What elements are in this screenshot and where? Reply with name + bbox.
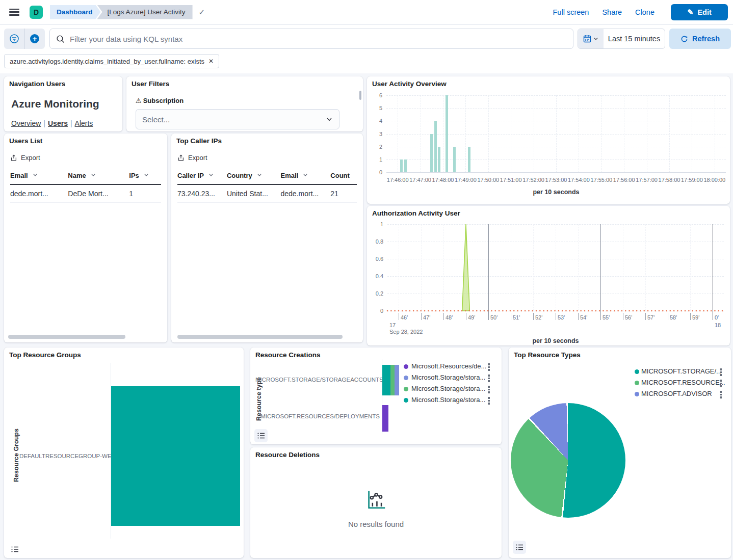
chart-bar[interactable] [400,159,403,172]
legend-label[interactable]: Microsoft.Resources/de... [411,362,486,370]
share-link[interactable]: Share [602,8,622,16]
legend-item-actions-icon[interactable] [720,391,722,398]
top-resource-types-chart[interactable]: MICROSOFT.STORAGE/...MICROSOFT.RESOURCE.… [509,348,731,558]
stacked-bar-segment[interactable] [382,365,390,395]
nav-link-alerts[interactable]: Alerts [75,119,93,127]
add-filter-button[interactable]: + [24,29,45,49]
sort-chevron-icon[interactable] [90,172,96,178]
panel-navigation-users: Navigation Users Azure Monitoring Overvi… [4,76,122,131]
chart-bar[interactable] [453,147,456,172]
legend-item-actions-icon[interactable] [720,380,722,387]
legend-item-actions-icon[interactable] [488,386,490,393]
column-header[interactable]: Name [68,167,129,184]
resource-creations-chart[interactable]: Resource typeMICROSOFT.STORAGE/STORAGEAC… [250,348,502,444]
sort-chevron-icon[interactable] [302,172,308,178]
stacked-bar-segment[interactable] [390,365,395,395]
horizontal-scrollbar[interactable] [8,335,125,339]
legend-label[interactable]: MICROSOFT.STORAGE/... [641,367,722,375]
query-toolbar: + Last 15 minutes [0,24,733,73]
legend-label[interactable]: Microsoft.Storage/stora... [411,396,485,404]
chart-bar[interactable] [434,121,437,172]
export-button[interactable]: Export [10,154,40,162]
table-header-row: Caller IPCountryEmailCount [177,167,357,184]
column-header[interactable]: Caller IP [177,167,227,184]
space-avatar[interactable]: D [30,6,43,19]
nav-links: Overview|Users|Alerts [11,119,93,127]
sort-chevron-icon[interactable] [32,172,38,178]
nav-link-users[interactable]: Users [48,119,68,127]
pie-chart[interactable] [511,403,625,518]
sort-chevron-icon[interactable] [208,172,214,178]
sort-chevron-icon[interactable] [256,172,263,178]
sort-chevron-icon[interactable] [143,172,149,178]
legend-label[interactable]: Microsoft.Storage/stora... [411,374,485,381]
chart-bar[interactable] [438,147,440,172]
legend-label[interactable]: MICROSOFT.RESOURCE... [641,379,725,386]
legend-dot [404,364,408,369]
table-row[interactable]: dede.mort...DeDe Mort...1 [10,184,161,203]
legend-dot [404,376,408,380]
top-resource-groups-chart[interactable]: Resource GroupsDEFAULTRESOURCEGROUP-WEU [4,348,244,558]
x-axis-tick: 17:58:00 [657,177,682,183]
chart-bar[interactable] [404,159,407,172]
column-header[interactable]: IPs [129,167,161,184]
x-axis-title: per 10 seconds [387,337,724,344]
calendar-icon [583,35,591,43]
stacked-bar-segment[interactable] [395,365,399,395]
y-axis-tick: 1 [367,156,382,163]
menu-icon[interactable] [9,9,19,16]
kql-query-input[interactable] [70,35,567,43]
date-picker-menu-button[interactable] [578,29,604,48]
column-header[interactable]: Country [227,167,281,184]
legend-toggle-button[interactable] [513,541,526,554]
breadcrumb-dashboard[interactable]: Dashboard [50,5,101,19]
kql-search-bar[interactable] [49,29,573,49]
applied-filter-pill[interactable]: azure.activitylogs.identity.claims_initi… [4,54,219,68]
legend-label[interactable]: Microsoft.Storage/stora... [411,385,485,392]
authorization-activity-chart[interactable]: 00.20.40.60.8146'47'48'49'50'51'52'53'54… [367,206,730,345]
breadcrumb-current-page[interactable]: [Logs Azure] User Activity [97,5,193,19]
pencil-icon: ✎ [687,8,693,16]
legend-label[interactable]: MICROSOFT.ADVISOR [641,390,712,397]
export-button[interactable]: Export [177,154,207,162]
stacked-bar-segment[interactable] [382,405,388,432]
chart-bar[interactable] [111,386,240,526]
legend-item-actions-icon[interactable] [720,368,722,376]
refresh-button[interactable]: Refresh [669,29,731,49]
table-row[interactable]: 73.240.23...United Stat...dede.mort...21 [177,184,357,203]
legend-toggle-button[interactable] [8,543,21,556]
saved-check-icon: ✓ [199,8,205,17]
subscription-select[interactable]: Select... [136,109,339,129]
export-icon [177,154,185,162]
x-axis-tick: 17:51:00 [499,177,523,183]
legend-item-actions-icon[interactable] [488,397,490,405]
edit-button[interactable]: ✎ Edit [671,4,728,20]
remove-filter-icon[interactable]: ✕ [208,58,214,65]
chart-bar[interactable] [468,147,470,172]
panel-user-activity-overview: User Activity Overview 012345617:46:0017… [367,76,730,204]
full-screen-link[interactable]: Full screen [553,8,589,16]
table-cell: 1 [129,184,161,203]
column-header[interactable]: Email [10,167,68,184]
panel-title: User Filters [132,80,169,88]
saved-query-menu-button[interactable] [4,29,24,49]
legend-item-actions-icon[interactable] [488,375,490,382]
column-header[interactable]: Email [281,167,331,184]
legend-item-actions-icon[interactable] [488,363,490,371]
time-range-button[interactable]: Last 15 minutes [604,29,665,48]
chart-bar[interactable] [446,95,448,172]
category-label: MICROSOFT.RESOURCES/DEPLOYMENTS [255,413,380,419]
column-header[interactable]: Count [330,167,357,184]
caller-ips-table: Caller IPCountryEmailCount73.240.23...Un… [177,167,357,203]
horizontal-scrollbar[interactable] [177,335,343,339]
x-axis-tick: 17:47:00 [408,177,433,183]
legend-toggle-button[interactable] [254,429,268,442]
user-activity-overview-chart[interactable]: 012345617:46:0017:47:0017:48:0017:49:001… [367,76,730,204]
legend-list-icon [515,543,523,551]
vertical-scrollbar[interactable] [359,91,361,100]
chart-bar[interactable] [430,134,433,173]
panel-users-list: Users List Export EmailNameIPsdede.mort.… [4,134,167,342]
clone-link[interactable]: Clone [635,8,655,16]
nav-link-overview[interactable]: Overview [11,119,41,127]
legend-dot [635,381,639,385]
